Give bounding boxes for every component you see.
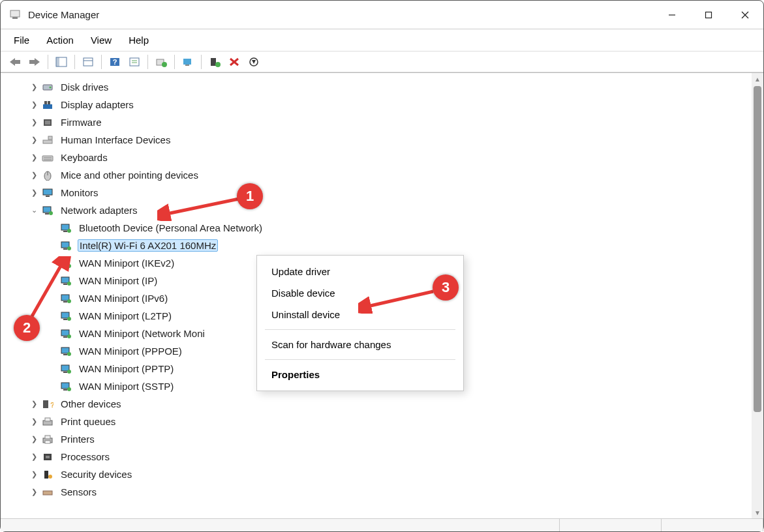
svg-rect-87 [43, 491, 52, 495]
cpu-icon [41, 451, 54, 464]
svg-rect-31 [48, 101, 50, 104]
svg-rect-82 [45, 441, 50, 443]
expand-arrow-icon[interactable]: ❯ [29, 118, 38, 126]
tree-item[interactable]: ❯Print queues [14, 413, 748, 430]
tree-item[interactable]: ❯Processors [14, 448, 748, 466]
scroll-thumb[interactable] [754, 86, 761, 412]
svg-rect-35 [48, 136, 52, 140]
tree-item[interactable]: ❯Display adapters [14, 96, 748, 113]
ctx-update-driver[interactable]: Update driver [257, 261, 463, 282]
svg-point-48 [67, 229, 71, 233]
tree-item[interactable]: ⌄Network adapters [14, 201, 748, 219]
uninstall-icon[interactable] [225, 53, 243, 70]
tree-item[interactable]: ❯Security devices [14, 466, 748, 483]
expand-arrow-icon[interactable]: ❯ [29, 417, 38, 426]
tree-item[interactable]: ❯Sensors [14, 483, 748, 501]
svg-rect-76 [43, 400, 48, 408]
tree-item[interactable]: ❯Disk drives [14, 78, 748, 96]
tree-item[interactable]: Bluetooth Device (Personal Area Network) [14, 219, 748, 237]
titlebar: Device Manager [1, 1, 763, 29]
tree-item-label: WAN Miniport (SSTP) [78, 381, 175, 392]
svg-point-72 [67, 370, 71, 374]
expand-arrow-icon[interactable]: ❯ [29, 136, 38, 144]
annotation-arrow-3 [358, 288, 436, 314]
enable-device-icon[interactable] [206, 53, 224, 70]
menu-action[interactable]: Action [41, 32, 79, 48]
scroll-up-button[interactable]: ▲ [752, 73, 763, 85]
svg-rect-41 [43, 189, 52, 195]
scan-hardware-icon[interactable] [179, 53, 197, 70]
scroll-down-button[interactable]: ▼ [752, 507, 763, 518]
tree-item-label: WAN Miniport (Network Moni [78, 328, 206, 339]
net-icon [59, 239, 72, 252]
annotation-badge-3: 3 [433, 274, 459, 301]
properties-icon[interactable] [125, 53, 144, 70]
svg-rect-84 [46, 456, 50, 458]
tree-item[interactable]: ❯Mice and other pointing devices [14, 166, 748, 184]
maximize-button[interactable] [690, 1, 727, 29]
svg-marker-26 [252, 60, 256, 64]
expand-arrow-icon[interactable]: ❯ [29, 153, 38, 162]
expand-arrow-icon[interactable]: ❯ [29, 400, 38, 408]
device-manager-window: Device Manager File Action View Help ? [0, 0, 764, 532]
close-button[interactable] [727, 1, 763, 29]
monitor-icon [41, 186, 54, 200]
svg-text:?: ? [113, 58, 117, 66]
svg-rect-29 [43, 104, 52, 109]
tree-item[interactable]: ❯Firmware [14, 113, 748, 131]
expand-arrow-icon[interactable]: ❯ [29, 452, 38, 461]
svg-rect-65 [63, 336, 67, 338]
tree-item-label: WAN Miniport (PPTP) [78, 363, 175, 374]
forward-button[interactable] [25, 53, 44, 70]
menu-view[interactable]: View [85, 32, 117, 48]
svg-point-66 [67, 334, 71, 338]
tree-item-label: Print queues [59, 416, 117, 427]
expand-arrow-icon[interactable]: ❯ [29, 83, 38, 91]
svg-point-51 [67, 246, 71, 250]
svg-point-28 [50, 86, 52, 88]
annotation-badge-1: 1 [237, 183, 263, 209]
tree-item[interactable]: ❯Keyboards [14, 149, 748, 166]
annotation-badge-2: 2 [14, 315, 40, 341]
annotation-arrow-1 [157, 195, 242, 221]
disable-icon[interactable] [245, 53, 263, 70]
minimize-button[interactable] [654, 1, 690, 29]
expand-arrow-icon[interactable]: ❯ [29, 188, 38, 197]
vertical-scrollbar[interactable]: ▲ ▼ [752, 73, 763, 518]
ctx-scan-hardware[interactable]: Scan for hardware changes [257, 334, 463, 355]
svg-rect-20 [185, 65, 189, 66]
svg-rect-10 [84, 58, 93, 66]
toolbar: ? [1, 52, 763, 72]
other-icon: ? [41, 398, 54, 411]
tree-item[interactable]: ❯?Other devices [14, 395, 748, 413]
expand-arrow-icon[interactable]: ❯ [29, 435, 38, 443]
expand-arrow-icon[interactable]: ❯ [29, 100, 38, 109]
menu-file[interactable]: File [8, 32, 35, 48]
toolbar-icon-view[interactable] [79, 53, 97, 70]
menu-help[interactable]: Help [123, 32, 154, 48]
update-driver-icon[interactable] [152, 53, 170, 70]
tree-item-label: Keyboards [59, 152, 109, 163]
ctx-properties[interactable]: Properties [257, 364, 463, 385]
show-hide-console-tree-icon[interactable] [52, 53, 70, 70]
tree-item-label: Printers [59, 434, 96, 445]
tree-item[interactable]: ❯Printers [14, 430, 748, 448]
disk-icon [41, 81, 54, 94]
tree-item-label: Disk drives [59, 81, 110, 93]
expand-arrow-icon[interactable]: ❯ [29, 171, 38, 179]
back-button[interactable] [6, 53, 24, 70]
tree-item[interactable]: ❯Monitors [14, 184, 748, 201]
tree-item[interactable]: ❯Human Interface Devices [14, 131, 748, 149]
collapse-arrow-icon[interactable]: ⌄ [29, 206, 38, 214]
tree-item-label: Firmware [59, 117, 103, 128]
tree-item-label: Security devices [59, 469, 133, 480]
help-icon[interactable]: ? [106, 53, 124, 70]
tree-item[interactable]: Intel(R) Wi-Fi 6 AX201 160MHz [14, 237, 748, 254]
expand-arrow-icon[interactable]: ❯ [29, 488, 38, 496]
tree-item-label: Monitors [59, 187, 100, 198]
sensor-icon [41, 486, 54, 499]
app-icon [8, 8, 22, 22]
expand-arrow-icon[interactable]: ❯ [29, 470, 38, 479]
svg-rect-19 [183, 59, 191, 65]
svg-rect-34 [43, 140, 52, 143]
